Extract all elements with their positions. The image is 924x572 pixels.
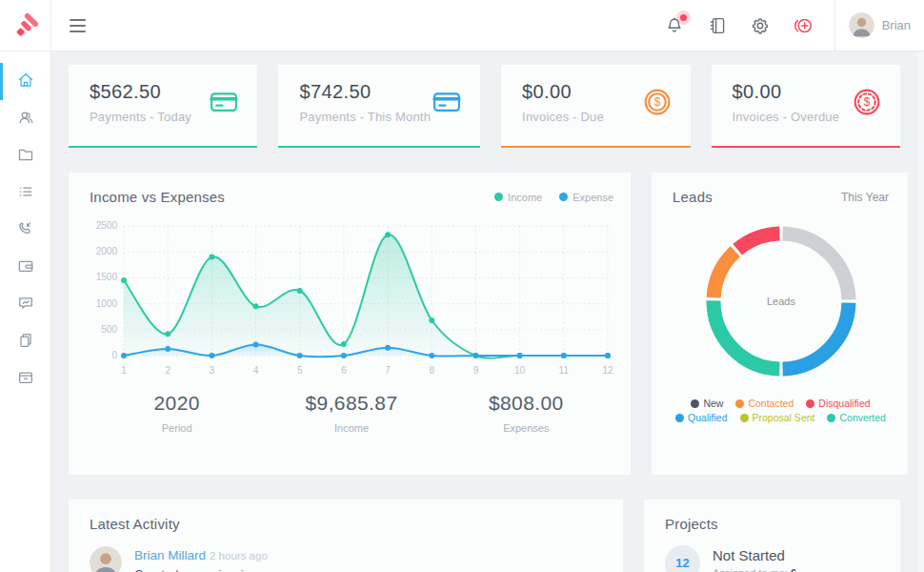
donut-segment-new[interactable] [782, 234, 848, 299]
data-point [473, 353, 479, 358]
data-point [561, 353, 567, 358]
user-menu[interactable]: Brian [849, 12, 924, 38]
calls-icon [16, 219, 35, 242]
user-name: Brian [882, 18, 911, 32]
journal-button[interactable] [706, 14, 729, 37]
settings-button[interactable] [749, 14, 772, 37]
x-tick-label: 12 [602, 365, 613, 376]
activity-user-link[interactable]: Brian Millard [134, 548, 206, 562]
data-point [341, 341, 347, 347]
dollar-coin-icon: $ [641, 86, 673, 146]
wallet-icon [16, 256, 35, 279]
leads-range-selector[interactable]: This Year [841, 191, 889, 204]
folder-icon [16, 145, 35, 168]
x-tick-label: 10 [514, 365, 526, 376]
sidebar-item-archive[interactable] [0, 360, 50, 398]
svg-text:$: $ [653, 95, 660, 109]
sidebar-item-documents[interactable] [0, 323, 50, 360]
data-point [341, 353, 347, 358]
legend-label: Contacted [748, 398, 793, 409]
donut-segment-contacted[interactable] [713, 252, 735, 297]
donut-segment-converted[interactable] [713, 300, 778, 369]
credit-card-icon [431, 86, 463, 146]
data-point [209, 353, 214, 358]
x-tick-label: 8 [429, 365, 434, 376]
summary-value: $9,685.87 [264, 392, 438, 415]
legend-label: Income [508, 192, 542, 203]
notifications-button[interactable] [663, 14, 686, 37]
leads-legend-contacted[interactable]: Contacted [735, 398, 793, 409]
sidebar-item-folder[interactable] [0, 137, 50, 174]
leads-card: Leads This Year Leads NewContactedDisqua… [652, 173, 908, 475]
summary-period: 2020Period [90, 392, 264, 434]
menu-toggle-icon[interactable] [66, 15, 90, 36]
x-tick-label: 3 [210, 365, 215, 376]
legend-dot [735, 399, 744, 408]
sidebar-item-calls[interactable] [0, 212, 50, 249]
stat-cards-row: $562.50Payments - Today$742.50Payments -… [69, 65, 900, 148]
project-status-row[interactable]: 12Not StartedAssigned to me:6 [665, 545, 883, 572]
stat-card-0[interactable]: $562.50Payments - Today [69, 65, 257, 148]
stat-value: $742.50 [299, 81, 431, 103]
svg-text:$: $ [864, 95, 871, 109]
notification-badge [680, 14, 687, 21]
x-tick-label: 1 [121, 365, 127, 376]
donut-center-label: Leads [767, 296, 795, 307]
leads-legend-converted[interactable]: Converted [827, 412, 885, 423]
legend-dot [675, 414, 684, 422]
home-icon [16, 71, 35, 93]
x-tick-label: 9 [473, 365, 479, 376]
x-tick-label: 6 [341, 365, 347, 376]
scrollbar-track[interactable] [917, 51, 924, 572]
summary-label: Expenses [439, 422, 613, 434]
legend-expense[interactable]: Expense [559, 192, 613, 203]
leads-legend-proposal-sent[interactable]: Proposal Sent [740, 412, 815, 423]
y-tick-label: 1500 [96, 272, 118, 282]
legend-label: Converted [839, 412, 885, 423]
stat-card-3[interactable]: $0.00Invoices - Overdue$ [712, 65, 900, 148]
sidebar-item-tasks[interactable] [0, 174, 50, 212]
credit-card-icon [208, 86, 240, 146]
project-count-badge: 12 [665, 545, 700, 572]
quick-add-button[interactable] [792, 14, 814, 37]
leads-legend-qualified[interactable]: Qualified [675, 412, 727, 423]
summary-value: $808.00 [439, 392, 613, 415]
stat-card-1[interactable]: $742.50Payments - This Month [278, 65, 480, 148]
leads-legend-disqualified[interactable]: Disqualified [806, 398, 870, 409]
projects-list: 12Not StartedAssigned to me:6 [665, 545, 883, 572]
data-point [165, 331, 171, 337]
data-point [385, 232, 391, 237]
contacts-icon [16, 108, 35, 131]
leads-legend: NewContactedDisqualifiedQualifiedProposa… [673, 398, 889, 423]
legend-dot [494, 193, 503, 201]
summary-label: Income [264, 422, 438, 434]
legend-label: Expense [572, 192, 613, 203]
projects-title: Projects [665, 516, 883, 532]
activity-time: 2 hours ago [210, 550, 268, 562]
legend-dot [806, 399, 814, 408]
legend-label: New [703, 398, 723, 409]
stat-value: $0.00 [733, 81, 840, 103]
stat-card-2[interactable]: $0.00Invoices - Due$ [501, 65, 690, 148]
sidebar-item-contacts[interactable] [0, 100, 50, 137]
y-tick-label: 2500 [96, 220, 118, 231]
sidebar-item-home[interactable] [0, 63, 50, 100]
data-point [253, 303, 259, 309]
data-point [253, 342, 259, 348]
divider [834, 0, 835, 51]
chart-title: Income vs Expenses [90, 189, 225, 205]
app-logo[interactable] [0, 0, 51, 51]
data-point [121, 277, 127, 283]
legend-income[interactable]: Income [494, 192, 542, 203]
dollar-coin-dashed-icon: $ [851, 86, 883, 146]
data-point [209, 255, 214, 260]
leads-legend-new[interactable]: New [691, 398, 723, 409]
data-point [429, 317, 434, 323]
y-tick-label: 500 [101, 324, 117, 335]
data-point [165, 346, 171, 352]
legend-dot [559, 193, 568, 201]
donut-segment-qualified[interactable] [782, 303, 848, 369]
sidebar-item-wallet[interactable] [0, 249, 50, 286]
donut-segment-disqualified[interactable] [737, 234, 779, 250]
sidebar-item-chat[interactable] [0, 286, 50, 323]
